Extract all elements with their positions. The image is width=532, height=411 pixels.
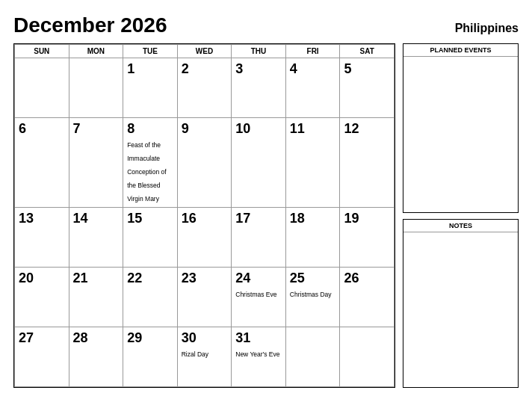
calendar-day-cell: 18 bbox=[285, 208, 340, 268]
calendar-day-cell: 30Rizal Day bbox=[177, 327, 232, 387]
day-number: 10 bbox=[235, 121, 282, 137]
calendar-day-cell: 16 bbox=[177, 208, 232, 268]
event-text: Rizal Day bbox=[182, 350, 208, 358]
day-number: 7 bbox=[73, 121, 120, 137]
day-number: 2 bbox=[182, 61, 228, 77]
calendar-week-row: 13141516171819 bbox=[15, 208, 395, 268]
day-number: 18 bbox=[290, 211, 336, 226]
notes-box: NOTES bbox=[403, 219, 519, 389]
calendar-day-cell: 2 bbox=[177, 58, 232, 118]
day-of-week-header: WED bbox=[177, 45, 232, 58]
main-layout: SUNMONTUEWEDTHUFRISAT 12345678Feast of t… bbox=[13, 43, 519, 388]
notes-title: NOTES bbox=[403, 220, 518, 232]
day-number: 4 bbox=[290, 61, 336, 77]
day-number: 9 bbox=[182, 121, 228, 137]
calendar-day-cell: 24Christmas Eve bbox=[232, 268, 286, 327]
planned-events-box: PLANNED EVENTS bbox=[403, 43, 519, 213]
calendar-day-cell: 8Feast of the Immaculate Conception of t… bbox=[123, 118, 178, 208]
event-text: Christmas Day bbox=[290, 291, 332, 298]
calendar-day-cell: 27 bbox=[15, 327, 69, 387]
page-title: December 2026 bbox=[13, 13, 167, 37]
calendar-day-cell: 14 bbox=[69, 208, 123, 268]
calendar-section: SUNMONTUEWEDTHUFRISAT 12345678Feast of t… bbox=[13, 43, 395, 388]
day-number: 11 bbox=[290, 121, 336, 137]
calendar-week-row: 678Feast of the Immaculate Conception of… bbox=[15, 118, 395, 208]
day-of-week-header: SUN bbox=[15, 45, 69, 58]
day-number: 14 bbox=[73, 211, 120, 226]
day-number: 8 bbox=[127, 121, 173, 137]
calendar-day-cell: 29 bbox=[123, 327, 178, 387]
day-of-week-header: FRI bbox=[285, 45, 340, 58]
event-text: Christmas Eve bbox=[235, 291, 276, 298]
calendar-day-cell: 22 bbox=[123, 268, 178, 327]
calendar-day-cell: 10 bbox=[232, 118, 286, 208]
day-number: 24 bbox=[235, 271, 282, 286]
calendar-day-cell: 17 bbox=[232, 208, 286, 268]
sidebar: PLANNED EVENTS NOTES bbox=[403, 43, 519, 388]
calendar-grid: SUNMONTUEWEDTHUFRISAT 12345678Feast of t… bbox=[14, 44, 395, 387]
day-number: 13 bbox=[19, 211, 65, 226]
day-number: 27 bbox=[19, 330, 65, 346]
calendar-day-cell: 9 bbox=[177, 118, 232, 208]
event-text: New Year's Eve bbox=[235, 350, 279, 358]
day-number: 16 bbox=[182, 211, 228, 226]
day-number: 23 bbox=[182, 271, 228, 286]
calendar-day-cell: 13 bbox=[15, 208, 69, 268]
day-of-week-header: TUE bbox=[123, 45, 178, 58]
day-number: 17 bbox=[235, 211, 282, 226]
day-number: 21 bbox=[73, 271, 120, 286]
calendar-day-cell: 26 bbox=[340, 268, 395, 327]
calendar-day-cell bbox=[69, 58, 123, 118]
calendar-day-cell: 4 bbox=[285, 58, 340, 118]
calendar-day-cell: 3 bbox=[232, 58, 286, 118]
day-number: 3 bbox=[235, 61, 282, 77]
day-number: 28 bbox=[73, 330, 120, 346]
calendar-day-cell: 7 bbox=[69, 118, 123, 208]
day-of-week-header: MON bbox=[69, 45, 123, 58]
calendar-day-cell bbox=[285, 327, 340, 387]
notes-content bbox=[403, 232, 518, 384]
day-number: 15 bbox=[127, 211, 173, 226]
calendar-week-row: 12345 bbox=[15, 58, 395, 118]
day-number: 29 bbox=[127, 330, 173, 346]
calendar-day-cell bbox=[15, 58, 69, 118]
day-number: 12 bbox=[344, 121, 390, 137]
calendar-day-cell: 21 bbox=[69, 268, 123, 327]
calendar-day-cell: 19 bbox=[340, 208, 395, 268]
calendar-day-cell: 15 bbox=[123, 208, 178, 268]
day-of-week-header: SAT bbox=[340, 45, 395, 58]
day-number: 19 bbox=[344, 211, 390, 226]
day-number: 20 bbox=[19, 271, 65, 286]
calendar-week-row: 2021222324Christmas Eve25Christmas Day26 bbox=[15, 268, 395, 327]
calendar-day-cell: 1 bbox=[123, 58, 178, 118]
calendar-day-cell bbox=[340, 327, 395, 387]
event-text: Feast of the Immaculate Conception of th… bbox=[127, 141, 166, 203]
day-of-week-header: THU bbox=[232, 45, 286, 58]
planned-events-content bbox=[403, 57, 518, 208]
calendar-day-cell: 28 bbox=[69, 327, 123, 387]
day-number: 5 bbox=[344, 61, 390, 77]
planned-events-title: PLANNED EVENTS bbox=[403, 44, 518, 57]
calendar-week-row: 27282930Rizal Day31New Year's Eve bbox=[15, 327, 395, 387]
calendar-day-cell: 11 bbox=[285, 118, 340, 208]
day-number: 31 bbox=[235, 330, 282, 346]
country-label: Philippines bbox=[455, 22, 519, 35]
calendar-day-cell: 6 bbox=[15, 118, 69, 208]
day-number: 25 bbox=[290, 271, 336, 286]
day-number: 22 bbox=[127, 271, 173, 286]
day-number: 6 bbox=[19, 121, 65, 137]
day-number: 1 bbox=[127, 61, 173, 77]
calendar-day-cell: 5 bbox=[340, 58, 395, 118]
calendar-day-cell: 23 bbox=[177, 268, 232, 327]
day-number: 30 bbox=[182, 330, 228, 346]
calendar-day-cell: 31New Year's Eve bbox=[232, 327, 286, 387]
calendar-day-cell: 25Christmas Day bbox=[285, 268, 340, 327]
calendar-day-cell: 20 bbox=[15, 268, 69, 327]
calendar-day-cell: 12 bbox=[340, 118, 395, 208]
day-number: 26 bbox=[344, 271, 390, 286]
